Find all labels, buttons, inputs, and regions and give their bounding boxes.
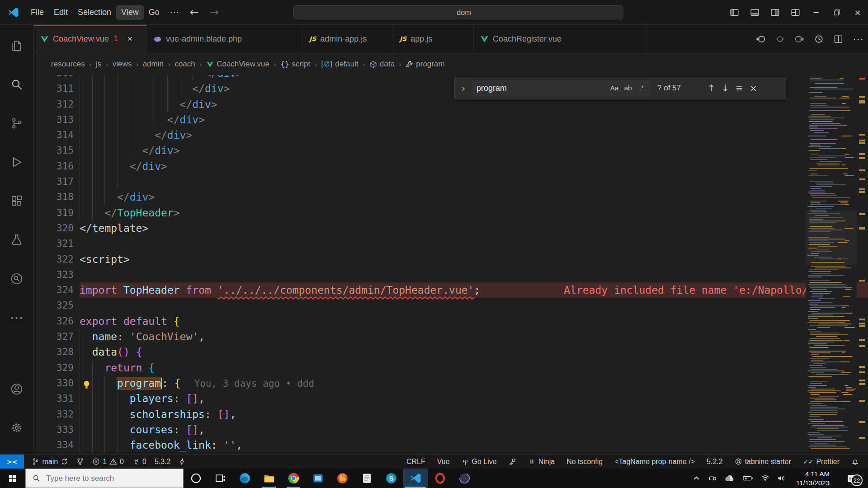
breadcrumb-CoachView.vue[interactable]: CoachView.vue [206,60,269,69]
command-center-search[interactable]: dom [293,5,623,19]
code-editor[interactable]: 310</div>311</div>312</div>313</div>314<… [34,75,868,454]
nav-back-arrow-icon[interactable]: ← [184,6,204,19]
notification-center[interactable]: 22 [840,469,863,488]
breadcrumb-views[interactable]: views [113,60,132,69]
taskbar-clock[interactable]: 4:11 AM 11/13/2023 [796,469,830,487]
split-editor-icon[interactable] [833,34,844,44]
status-tsconfig[interactable]: No tsconfig [563,455,606,469]
window-minimize-button[interactable]: ─ [806,0,826,25]
tab-vue-admin.blade.php[interactable]: vue-admin.blade.php [147,25,303,53]
network-icon[interactable] [761,474,769,483]
taskbar-app-chrome[interactable] [281,469,306,488]
history-icon[interactable] [814,34,824,44]
nav-forward-arrow-icon[interactable]: → [204,6,224,19]
battery-icon[interactable] [743,474,753,483]
status-git-compare[interactable] [72,455,88,469]
status-broadcast-count[interactable]: 0 [128,455,151,469]
window-close-button[interactable]: × [847,0,868,25]
toggle-panel-icon[interactable] [750,7,760,18]
status-go-live[interactable]: Go Live [458,455,500,469]
breadcrumb-js[interactable]: js [96,60,101,69]
replace-toggle-icon[interactable]: › [458,83,468,94]
activity-testing[interactable] [6,229,28,251]
status-problems[interactable]: 10 [88,455,128,469]
minimap[interactable] [806,75,857,454]
tab-admin-app.js[interactable]: JSadmin-app.js [303,25,393,53]
activity-extensions[interactable] [6,190,28,212]
status-thunder-client[interactable] [175,455,190,469]
status-tagname-helper[interactable]: <TagName prop-name /> [611,455,698,469]
next-match-button[interactable]: ↓ [718,81,732,95]
breadcrumb-default[interactable]: [∅]default [321,60,359,69]
status-notifications-bell[interactable] [848,455,863,469]
toggle-sidebar-icon[interactable] [729,7,740,18]
taskbar-search-input[interactable] [46,474,168,483]
chevron-up-icon[interactable] [692,474,701,483]
breadcrumb-resources[interactable]: resources [51,60,85,69]
find-in-selection-button[interactable]: ≡ [732,81,746,95]
activity-settings-gear[interactable] [6,417,28,439]
status-remote[interactable]: >< [0,455,24,469]
menu-go[interactable]: Go [144,5,165,20]
nav-forward-circle-icon[interactable] [794,34,805,44]
taskbar-app-app-blue[interactable] [306,469,330,488]
taskbar-search[interactable] [25,469,184,488]
status-git-branch[interactable]: main [28,455,72,469]
status-php-version[interactable]: 5.3.2 [151,455,175,469]
breadcrumb-script[interactable]: {}script [280,60,310,69]
status-ninja[interactable]: Ninja [524,455,558,469]
taskbar-app-opera[interactable] [428,469,452,488]
taskbar-app-file-explorer[interactable] [257,469,281,488]
tab-app.js[interactable]: JSapp.js [393,25,474,53]
breadcrumb-program[interactable]: program [406,60,444,69]
menu-view[interactable]: View [116,5,144,20]
volume-icon[interactable] [777,474,786,483]
toggle-secondary-sidebar-icon[interactable] [770,7,780,18]
activity-account[interactable] [6,378,28,400]
match-case-toggle[interactable]: Aa [608,82,621,94]
menu-edit[interactable]: Edit [49,5,73,20]
window-restore-button[interactable] [826,0,847,25]
status-key[interactable] [505,455,520,469]
onedrive-icon[interactable] [725,474,735,483]
more-icon[interactable]: ⋯ [853,34,863,45]
start-button[interactable] [0,469,25,488]
close-button[interactable]: × [746,81,760,95]
status-prettier[interactable]: ✓✓Prett​ier [799,455,843,469]
breadcrumb-admin[interactable]: admin [143,60,164,69]
taskbar-app-cortana[interactable] [184,469,208,488]
breadcrumb-coach[interactable]: coach [175,60,195,69]
taskbar-app-edge[interactable] [232,469,257,488]
meet-now-icon[interactable] [708,474,717,483]
taskbar-app-skype[interactable]: S [379,469,403,488]
activity-search-editor[interactable] [6,268,28,290]
menu-selection[interactable]: Selection [73,5,116,20]
activity-explorer[interactable] [6,35,28,56]
taskbar-app-task-view[interactable] [208,469,232,488]
tab-CoachRegister.vue[interactable]: CoachRegister.vue [474,25,646,53]
breadcrumb-data[interactable]: data [369,60,395,69]
more-menus-icon[interactable]: ⋯ [165,5,184,19]
lightbulb-icon[interactable] [82,378,91,388]
status-version[interactable]: 5.2.2 [703,455,726,469]
find-input[interactable] [476,84,608,93]
taskbar-app-firefox[interactable] [330,469,354,488]
menu-file[interactable]: File [26,5,49,20]
tab-close-icon[interactable]: × [127,34,132,44]
whole-word-toggle[interactable]: ab [621,82,635,94]
activity-search[interactable] [6,74,28,95]
status-language-mode[interactable]: Vue [434,455,453,469]
tab-CoachView.vue[interactable]: CoachView.vue1× [34,25,147,53]
taskbar-app-app-gray[interactable] [354,469,379,488]
regex-toggle[interactable]: .* [635,82,648,94]
nav-back-circle-icon[interactable] [755,34,766,44]
taskbar-app-vscode[interactable] [403,469,428,488]
taskbar-app-github-desktop[interactable] [452,469,476,488]
activity-run-debug[interactable] [6,151,28,173]
status-tabnine[interactable]: tabnine starter [731,455,795,469]
activity-more[interactable]: ⋯ [6,307,28,328]
status-eol[interactable]: CRLF [403,455,429,469]
prev-match-button[interactable]: ↑ [704,81,718,95]
nav-dot-circle-icon[interactable] [775,34,785,44]
customize-layout-icon[interactable] [790,7,801,18]
